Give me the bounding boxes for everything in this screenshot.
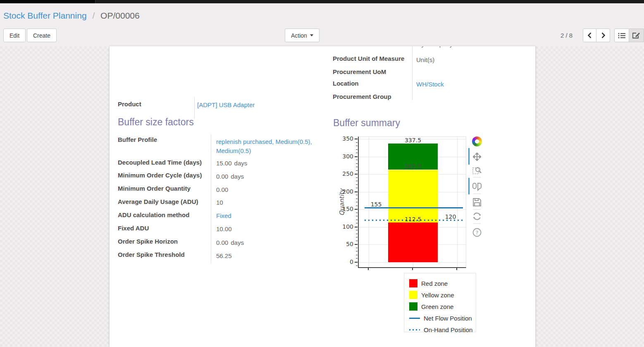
y-tick-label: 0 (337, 258, 353, 265)
field-value-buffer-profile-link[interactable]: replenish purchased, Medium(0.5), Medium… (216, 137, 320, 156)
legend-item[interactable]: Yellow zone (409, 289, 476, 301)
field-label-dlt: Decoupled Lead Time (days) (118, 159, 202, 166)
pager-counter: 2 / 8 (561, 29, 572, 42)
field-value-adu-method-link[interactable]: Fixed (216, 212, 231, 219)
form-view-background: My Company Product [ADPT] USB Adapter Pr… (0, 46, 644, 347)
legend-item[interactable]: Red zone (409, 278, 476, 289)
edit-button[interactable]: Edit (3, 29, 26, 42)
help-icon[interactable]: ? (472, 227, 482, 237)
legend-item[interactable]: On-Hand Position (409, 324, 476, 335)
field-label-product-uom: Product Unit of Measure (333, 55, 404, 62)
toolbar-separator (473, 223, 481, 224)
field-suffix-spike-horizon: days (231, 239, 244, 246)
chart-data-label: 112.5 (401, 216, 425, 223)
legend-label: Yellow zone (421, 292, 454, 299)
reset-icon[interactable] (472, 211, 482, 221)
box-zoom-icon[interactable] (472, 165, 482, 175)
previous-record-button[interactable] (583, 29, 596, 42)
field-value-spike-horizon: 0.00 (216, 239, 228, 246)
action-dropdown-button[interactable]: Action (285, 29, 320, 42)
chevron-down-icon (310, 34, 313, 36)
field-value-product-uom: Unit(s) (416, 56, 434, 63)
field-suffix-dlt: days (234, 160, 248, 167)
product-value-link[interactable]: [ADPT] USB Adapter (197, 101, 255, 108)
chart-data-label: 120 (438, 213, 463, 220)
chart-plot-area[interactable]: 337.5262.5112.5155120 (358, 136, 466, 268)
yellow-zone-swatch (409, 291, 417, 299)
action-label: Action (291, 32, 307, 39)
form-sheet: My Company Product [ADPT] USB Adapter Pr… (109, 46, 536, 347)
legend-item[interactable]: Green zone (409, 301, 476, 312)
product-label: Product (118, 101, 141, 108)
y-tick-label: 150 (337, 206, 353, 212)
chevron-left-icon (587, 32, 592, 38)
section-title-buffer-summary: Buffer summary (333, 117, 400, 129)
breadcrumb-record: OP/00006 (100, 11, 140, 20)
y-tick-label: 350 (337, 135, 353, 142)
net-flow-line-swatch (409, 318, 420, 319)
red-zone-bar (388, 223, 438, 262)
legend-label: On-Hand Position (424, 326, 472, 333)
on-hand-dotted-line-swatch (409, 329, 420, 330)
toolbar-separator (473, 177, 481, 177)
y-tick-label: 200 (337, 188, 353, 195)
chart-legend: Red zone Yellow zone Green zone Net Flow… (404, 273, 476, 332)
form-edit-icon (632, 32, 640, 39)
field-suffix-moc: days (231, 173, 244, 180)
field-label-spike-threshold: Order Spike Threshold (118, 251, 185, 258)
buffer-summary-chart: Quantity 337.5262.5112.5155120 050100150… (335, 133, 500, 272)
list-view-button[interactable] (614, 29, 629, 42)
red-zone-swatch (409, 279, 417, 287)
field-label-procurement-uom: Procurement UoM (333, 68, 386, 75)
chart-data-label: 337.5 (401, 137, 425, 144)
bokeh-logo[interactable] (472, 136, 482, 146)
form-view-button[interactable] (629, 29, 644, 42)
field-label-adu-method: ADU calculation method (118, 211, 189, 218)
hover-icon[interactable] (472, 182, 482, 192)
toolbar-separator (473, 194, 481, 194)
next-record-button[interactable] (596, 29, 610, 42)
column-separator (211, 134, 211, 263)
field-label-adu: Average Daily Usage (ADU) (118, 198, 198, 205)
column-separator (412, 46, 413, 100)
breadcrumb: Stock Buffer Planning / OP/00006 (3, 11, 140, 21)
pager-buttons (583, 29, 610, 42)
field-value-moq: 0.00 (216, 186, 228, 193)
control-panel: Stock Buffer Planning / OP/00006 Edit Cr… (0, 3, 644, 47)
legend-label: Red zone (421, 280, 448, 287)
top-navbar (0, 0, 644, 3)
y-tick-label: 250 (337, 170, 353, 177)
section-title-buffer-size-factors: Buffer size factors (118, 117, 194, 128)
field-label-location: Location (333, 80, 359, 87)
field-value-location-link[interactable]: WH/Stock (416, 81, 444, 88)
y-tick-label: 100 (337, 223, 353, 230)
svg-text:?: ? (476, 230, 478, 236)
toolbar-separator (473, 209, 481, 210)
active-tool-indicator (468, 148, 470, 165)
create-button[interactable]: Create (27, 29, 57, 42)
field-value-adu: 10 (216, 199, 223, 206)
pan-icon[interactable] (472, 152, 482, 162)
chevron-right-icon (601, 32, 606, 38)
view-switcher (614, 29, 644, 42)
breadcrumb-section-link[interactable]: Stock Buffer Planning (3, 11, 87, 20)
chart-data-label: 155 (364, 201, 389, 208)
field-label-procurement-group: Procurement Group (333, 93, 391, 100)
field-label-moc: Minimum Order Cycle (days) (118, 172, 202, 179)
field-value-dlt: 15.00 (216, 160, 232, 167)
green-zone-swatch (409, 302, 417, 311)
field-label-moq: Minimum Order Quantity (118, 185, 191, 192)
legend-label: Net Flow Position (424, 315, 472, 322)
legend-item[interactable]: Net Flow Position (409, 312, 476, 324)
yellow-zone-bar (388, 170, 438, 223)
save-icon[interactable] (472, 197, 482, 207)
column-separator (194, 97, 195, 119)
field-value-spike-threshold: 56.25 (216, 252, 232, 259)
field-value-fixed-adu: 10.00 (216, 225, 232, 232)
field-label-buffer-profile: Buffer Profile (118, 136, 157, 143)
breadcrumb-separator: / (92, 11, 95, 20)
company-value-clipped: My Company (416, 46, 453, 48)
y-tick-label: 50 (337, 241, 353, 247)
field-label-fixed-adu: Fixed ADU (118, 225, 149, 232)
field-label-spike-horizon: Order Spike Horizon (118, 238, 178, 245)
